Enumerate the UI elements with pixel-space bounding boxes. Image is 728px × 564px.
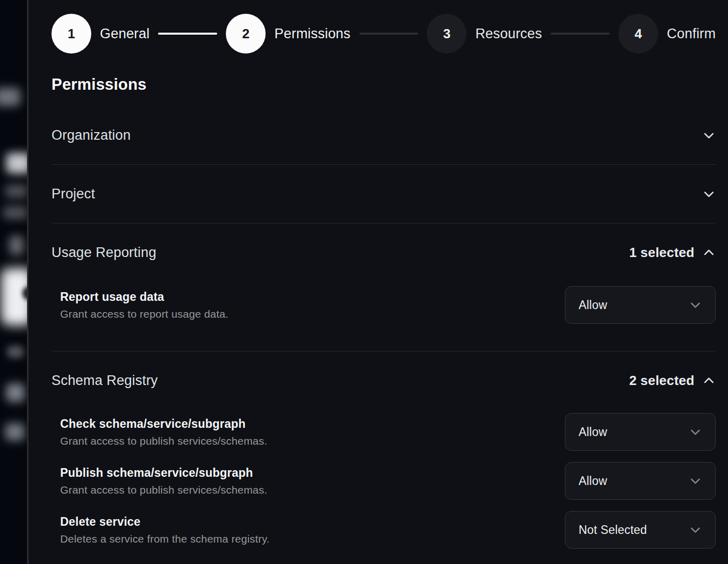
- permission-title: Report usage data: [60, 290, 228, 304]
- step-label: Confirm: [667, 26, 716, 42]
- chevron-down-icon: [702, 187, 716, 201]
- permission-select[interactable]: Allow: [565, 413, 716, 451]
- permission-title: Check schema/service/subgraph: [60, 417, 267, 431]
- permission-select[interactable]: Not Selected: [565, 511, 716, 549]
- permission-description: Grant access to report usage data.: [60, 308, 228, 320]
- section-usage-reporting-header[interactable]: Usage Reporting 1 selected: [51, 223, 716, 281]
- create-key-wizard-panel: 1 General 2 Permissions 3 Resources 4 Co…: [29, 0, 728, 564]
- permission-select-value: Allow: [579, 425, 607, 439]
- permission-row-check-schema: Check schema/service/subgraph Grant acce…: [51, 413, 716, 451]
- chevron-down-icon: [689, 298, 702, 312]
- step-number-circle: 3: [427, 14, 466, 54]
- permission-description: Grant access to publish services/schemas…: [60, 484, 267, 496]
- step-number-circle: 4: [618, 14, 658, 54]
- step-connector: [551, 33, 610, 35]
- blurred-text-line: [5, 423, 24, 441]
- section-title: Usage Reporting: [51, 245, 157, 261]
- step-label: General: [100, 26, 149, 42]
- section-title: Project: [51, 186, 95, 202]
- selected-count-badge: 1 selected: [629, 245, 694, 261]
- step-number-circle: 1: [51, 14, 91, 54]
- section-schema-registry: Schema Registry 2 selected Check schema/…: [51, 351, 716, 564]
- permission-title: Delete service: [60, 515, 270, 529]
- permission-select-value: Allow: [579, 298, 607, 312]
- step-connector: [359, 33, 419, 35]
- section-schema-registry-header[interactable]: Schema Registry 2 selected: [51, 351, 716, 409]
- selected-count-badge: 2 selected: [629, 373, 694, 389]
- blurred-label: [0, 88, 20, 106]
- permission-select-value: Allow: [579, 474, 607, 488]
- section-project-header[interactable]: Project: [51, 165, 716, 223]
- chevron-down-icon: [702, 129, 716, 142]
- permission-select-value: Not Selected: [579, 523, 647, 537]
- permission-row-report-usage-data: Report usage data Grant access to report…: [51, 286, 716, 324]
- permission-description: Deletes a service from the schema regist…: [60, 533, 270, 545]
- page-title: Permissions: [51, 75, 716, 94]
- permission-select[interactable]: Allow: [565, 286, 716, 324]
- section-project: Project: [51, 165, 716, 223]
- section-title: Schema Registry: [51, 373, 158, 389]
- step-general[interactable]: 1 General: [51, 14, 149, 54]
- blurred-icon: [9, 236, 23, 255]
- permission-sections: Organization Project Usage Reporting 1 s…: [51, 106, 716, 564]
- section-usage-reporting: Usage Reporting 1 selected Report usage …: [51, 223, 716, 351]
- permission-row-publish-schema: Publish schema/service/subgraph Grant ac…: [51, 462, 716, 500]
- section-organization: Organization: [51, 106, 716, 165]
- chevron-down-icon: [689, 425, 702, 439]
- step-resources[interactable]: 3 Resources: [427, 14, 542, 54]
- step-connector: [158, 33, 217, 35]
- blurred-text-line: [5, 185, 27, 198]
- blurred-text-line: [7, 346, 23, 358]
- section-title: Organization: [51, 127, 131, 143]
- section-body: Report usage data Grant access to report…: [51, 281, 716, 351]
- chevron-down-icon: [689, 474, 702, 488]
- step-number-circle: 2: [226, 14, 266, 54]
- permission-description: Grant access to publish services/schemas…: [60, 435, 267, 447]
- step-label: Permissions: [274, 26, 350, 42]
- permission-row-delete-service: Delete service Deletes a service from th…: [51, 511, 716, 549]
- step-confirm[interactable]: 4 Confirm: [618, 14, 716, 54]
- blurred-heading: [6, 153, 27, 173]
- section-organization-header[interactable]: Organization: [51, 106, 716, 164]
- permission-select[interactable]: Allow: [565, 462, 716, 500]
- wizard-stepper: 1 General 2 Permissions 3 Resources 4 Co…: [51, 14, 716, 54]
- chevron-up-icon: [702, 246, 716, 260]
- permission-title: Publish schema/service/subgraph: [60, 466, 267, 480]
- blurred-text-line: [3, 206, 27, 219]
- chevron-down-icon: [689, 523, 702, 536]
- step-permissions[interactable]: 2 Permissions: [226, 14, 350, 54]
- blurred-text-line: [6, 383, 24, 402]
- chevron-up-icon: [702, 374, 716, 388]
- blurred-background-page: [0, 0, 27, 564]
- step-label: Resources: [475, 26, 542, 42]
- section-body: Check schema/service/subgraph Grant acce…: [51, 409, 716, 564]
